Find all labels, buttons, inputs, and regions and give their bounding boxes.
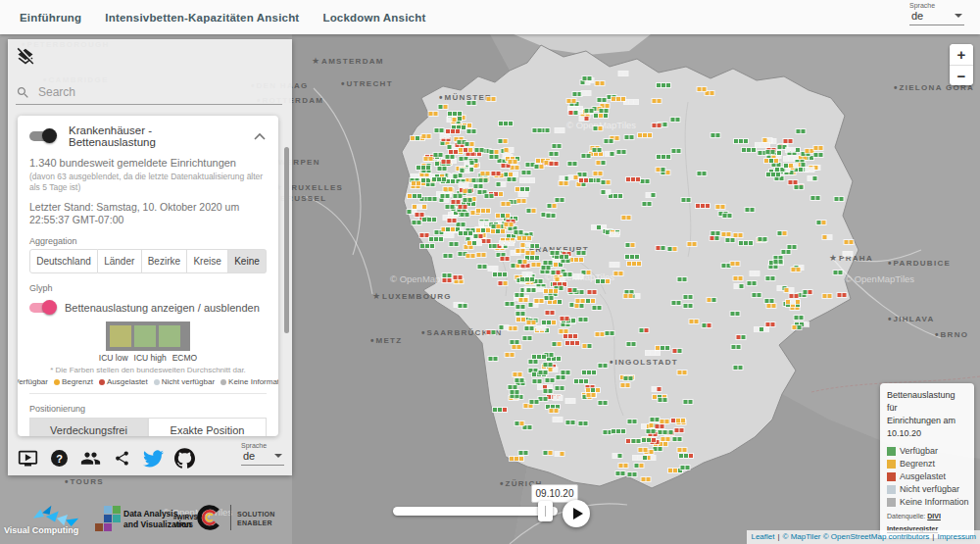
aggregation-laender[interactable]: Länder	[98, 249, 142, 273]
panel-title: Krankenhäuser - Bettenauslastung	[69, 124, 239, 148]
play-icon	[573, 508, 583, 519]
glyph-icu-high-square	[134, 325, 156, 347]
aggregation-kreise[interactable]: Kreise	[187, 249, 228, 273]
leaflet-link[interactable]: Leaflet	[751, 532, 774, 541]
chevron-down-icon	[955, 14, 962, 18]
color-legend-row: Verfügbar Begrenzt Ausgelastet Nicht ver…	[29, 377, 267, 386]
stats-note: (davon 63 ausgeblendet, da die letzte Da…	[29, 172, 267, 193]
impressum-link[interactable]: Impressum	[937, 532, 976, 541]
top-navigation: Einführung Intensivbetten-Kapazitäten An…	[0, 0, 980, 34]
source-label: Datenquelle:	[887, 513, 925, 519]
chevron-up-icon[interactable]	[253, 131, 267, 142]
panel-header: Krankenhäuser - Bettenauslastung	[29, 116, 267, 147]
divider	[29, 393, 267, 394]
stats-line: 1.340 bundesweit gemeldete Einrichtungen	[29, 157, 267, 169]
positioning-group: Verdeckungsfrei Exakte Position	[29, 418, 267, 436]
legend-title-line1: Bettenauslastung für	[887, 389, 967, 415]
timeline-slider[interactable]	[393, 507, 558, 516]
aggregation-keine[interactable]: Keine	[228, 249, 267, 273]
glyph-toggle-label: Bettenauslastung anzeigen / ausblenden	[65, 302, 260, 314]
search-input[interactable]	[36, 84, 282, 100]
twitter-icon[interactable]	[143, 448, 164, 469]
legend-title-line2: Einrichtungen am	[887, 415, 967, 427]
nav-lockdown[interactable]: Lockdown Ansicht	[322, 12, 425, 24]
positioning-exakte-position[interactable]: Exakte Position	[148, 418, 267, 436]
map-legend-panel: Bettenauslastung für Einrichtungen am 10…	[880, 383, 974, 538]
wirvsvirus-logo[interactable]	[195, 501, 224, 534]
timeline-slider-handle[interactable]	[538, 501, 553, 521]
zoom-in-button[interactable]: +	[950, 44, 973, 65]
positioning-verdeckungsfrei[interactable]: Verdeckungsfrei	[29, 418, 148, 436]
hide-layers-icon[interactable]	[16, 47, 35, 67]
logo-divider	[230, 505, 231, 530]
aggregation-group: Deutschland Länder Bezirke Kreise Keine	[29, 249, 267, 273]
glyph-icu-low-square	[110, 325, 131, 347]
map-zoom-control: + −	[950, 44, 973, 85]
app: © OpenMapTiles© OpenMapTiles© OpenMapTil…	[0, 0, 980, 544]
language-value: de	[243, 450, 255, 462]
language-label: Sprache	[241, 442, 284, 449]
legend-item: Keine Information	[887, 497, 967, 507]
layer-toggle[interactable]	[29, 130, 55, 142]
legend-date: 10.10.20	[887, 427, 967, 440]
maptiler-link[interactable]: © MapTiler	[783, 532, 821, 541]
search-icon	[16, 85, 30, 100]
nav-einfuehrung[interactable]: Einführung	[20, 12, 81, 24]
last-update: Letzter Stand: Samstag, 10. Oktober 2020…	[29, 201, 267, 226]
legend-item: Nicht verfügbar	[887, 484, 967, 494]
language-value: de	[911, 10, 923, 22]
positioning-label: Positionierung	[29, 404, 267, 414]
glyph-note: * Die Farben stellen den bundesweiten Du…	[29, 366, 267, 374]
language-select-top[interactable]: Sprache de	[909, 2, 964, 25]
legend-item: Ausgelastet	[887, 471, 967, 481]
glyph-legend-graphic	[106, 321, 190, 351]
visual-computing-label: Visual Computing	[4, 525, 78, 535]
divi-link[interactable]: DIVI	[927, 513, 941, 519]
video-tutorial-icon[interactable]	[18, 448, 38, 469]
help-icon[interactable]: ?	[49, 448, 70, 469]
glyph-ecmo-square	[159, 325, 180, 347]
map-attribution: Leaflet|© MapTiler © OpenStreetMap contr…	[747, 530, 980, 544]
footer-logos: Visual Computing Data Analysis and Visua…	[0, 495, 294, 544]
panel-scrollbar[interactable]	[284, 147, 289, 333]
team-icon[interactable]	[80, 448, 101, 469]
glyph-square-labels: ICU low ICU high ECMO	[29, 353, 267, 363]
github-icon[interactable]	[174, 448, 195, 469]
legend-item: Verfügbar	[887, 446, 967, 456]
language-select-bottom[interactable]: Sprache de	[241, 442, 284, 466]
aggregation-deutschland[interactable]: Deutschland	[29, 249, 98, 273]
zoom-out-button[interactable]: −	[950, 65, 973, 85]
aggregation-label: Aggregation	[29, 236, 267, 246]
play-button[interactable]	[563, 500, 590, 527]
control-sidebar: Krankenhäuser - Bettenauslastung 1.340 b…	[8, 39, 292, 475]
share-icon[interactable]	[112, 448, 132, 469]
glyph-toggle[interactable]	[29, 302, 55, 314]
visual-computing-logo[interactable]	[29, 504, 82, 527]
chevron-down-icon	[274, 454, 282, 458]
aggregation-bezirke[interactable]: Bezirke	[142, 249, 188, 273]
glyph-label: Glyph	[29, 283, 267, 293]
language-label: Sprache	[909, 2, 964, 9]
solution-enabler-label: SOLUTION ENABLER	[237, 510, 275, 528]
legend-item: Begrenzt	[887, 459, 967, 469]
osm-link[interactable]: © OpenStreetMap contributors	[823, 532, 930, 541]
hospital-layer-panel: Krankenhäuser - Bettenauslastung 1.340 b…	[18, 116, 278, 436]
dav-logo[interactable]	[94, 506, 122, 533]
sidebar-footer: ?	[18, 448, 195, 469]
nav-intensivbetten[interactable]: Intensivbetten-Kapazitäten Ansicht	[105, 12, 299, 24]
search-bar	[16, 80, 282, 105]
